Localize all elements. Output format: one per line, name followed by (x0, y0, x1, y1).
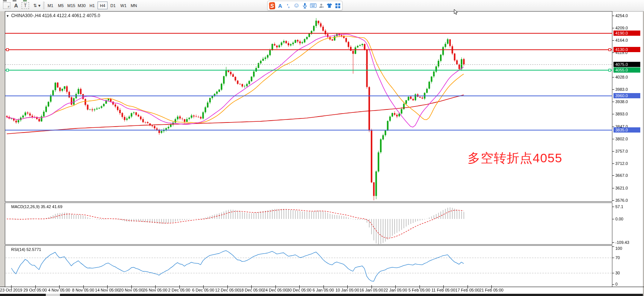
price-tick-label: 3667.0 (615, 173, 628, 178)
price-badge-4190.0: 4190.0 (613, 31, 640, 36)
date-label: 20 Nov 05:00 (119, 288, 143, 292)
date-label: 10 Jan 05:00 (335, 288, 359, 292)
date-label: 23 Oct 2019 (0, 288, 22, 292)
date-label: 6 Dec 05:00 (192, 288, 214, 292)
date-label: 11 Feb 05:00 (431, 288, 455, 292)
price-tick-label: 3576.0 (615, 198, 628, 203)
price-tick-label: 3757.0 (615, 149, 628, 153)
chart-dropdown-icon[interactable]: ▼ (6, 14, 9, 18)
macd-indicator-label: MACD(12,26,9) 35.42 41.69 (11, 204, 63, 209)
price-badge-3960.0: 3960.0 (613, 93, 640, 98)
chart-title[interactable]: ▼CHINA300-,H4 4116.4 4122.4 4061.2 4075.… (6, 13, 100, 18)
date-label: 4 Nov 05:00 (48, 288, 70, 292)
price-tick-label: 3938.0 (615, 99, 628, 104)
price-tick-label: 3893.0 (615, 112, 628, 116)
rsi-axis-label: 0 (615, 282, 618, 286)
price-tick-label: 3712.0 (615, 161, 628, 166)
price-badge-3835.0: 3835.0 (613, 127, 640, 133)
date-label: 30 Dec 05:00 (287, 288, 311, 292)
price-tick-label: 3802.0 (615, 137, 628, 141)
chart-text-annotation[interactable]: 多空转折点4055 (468, 150, 562, 167)
date-label: 6 Jan 05:00 (313, 288, 334, 292)
chart-canvas[interactable] (0, 0, 644, 296)
date-label: 24 Dec 05:00 (263, 288, 287, 292)
price-tick-label: 4209.0 (615, 26, 628, 30)
rsi-indicator-label: RSI(14) 52.5771 (11, 247, 41, 252)
date-label: 2 Dec 05:00 (168, 288, 190, 292)
date-label: 17 Feb 05:00 (455, 288, 479, 292)
date-label: 8 Nov 05:00 (72, 288, 94, 292)
rsi-axis-label: 30 (615, 271, 620, 275)
date-label: 29 Oct 05:00 (23, 288, 47, 292)
mt4-application-window: { "toolbar": { "left_tools": [ {"name": … (0, 0, 644, 296)
mouse-cursor (454, 9, 458, 17)
date-label: 18 Dec 05:00 (239, 288, 263, 292)
macd-axis-label: 0.00 (615, 217, 623, 221)
date-label: 12 Dec 05:00 (215, 288, 239, 292)
macd-axis-label: -109.43 (615, 240, 629, 245)
price-badge-4055.0: 4055.0 (613, 67, 640, 73)
date-label: 26 Nov 05:00 (143, 288, 167, 292)
date-label: 22 Jan 05:00 (383, 288, 407, 292)
price-tick-label: 3983.0 (615, 87, 628, 92)
price-badge-4075.0: 4075.0 (613, 62, 640, 67)
macd-axis-label: 57.1 (615, 204, 623, 209)
price-tick-label: 4164.0 (615, 38, 628, 42)
price-tick-label: 4028.0 (615, 75, 628, 79)
date-label: 16 Jan 05:00 (360, 288, 383, 292)
date-label: 14 Nov 05:00 (95, 288, 119, 292)
price-tick-label: 3621.0 (615, 186, 628, 190)
price-tick-label: 4254.0 (615, 13, 628, 18)
rsi-axis-label: 100 (615, 246, 622, 251)
date-label: 21 Feb 05:00 (479, 288, 504, 292)
date-label: 5 Feb 05:00 (408, 288, 430, 292)
price-badge-4130.0: 4130.0 (613, 47, 640, 52)
rsi-axis-label: 70 (615, 255, 620, 260)
